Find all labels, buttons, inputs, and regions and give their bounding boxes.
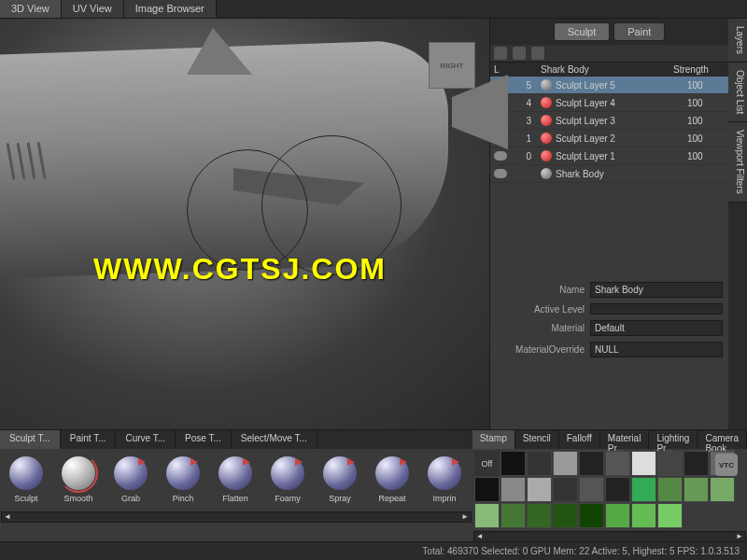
tool-tab-sculpt[interactable]: Sculpt T... (0, 430, 61, 449)
stamp-thumbnail[interactable] (500, 451, 526, 476)
tool-label: Smooth (63, 494, 92, 503)
paint-mode-button[interactable]: Paint (613, 22, 665, 41)
tool-icon (323, 456, 357, 490)
layer-name: Shark Body (556, 169, 687, 179)
tool-scrollbar[interactable] (1, 511, 472, 523)
material-override-field[interactable]: NULL (590, 342, 723, 357)
stamp-thumbnail[interactable] (657, 451, 683, 476)
tool-pinch[interactable]: Pinch (161, 456, 205, 503)
tool-foamy[interactable]: Foamy (265, 456, 310, 503)
layer-type-icon (541, 97, 552, 108)
stamp-off-button[interactable]: Off (474, 451, 500, 476)
stamp-thumbnail[interactable] (500, 503, 526, 528)
layer-list-header: L Shark Body Strength (490, 63, 728, 77)
tab-image-browser[interactable]: Image Browser (124, 0, 217, 18)
navigation-cube[interactable]: RIGHT (429, 42, 475, 89)
layer-visibility-icon[interactable] (494, 151, 507, 161)
layer-row[interactable]: 5Sculpt Layer 5100 (490, 77, 728, 94)
tool-smooth[interactable]: Smooth (56, 456, 101, 503)
tab-uv-view[interactable]: UV View (62, 0, 124, 18)
stamp-thumbnail[interactable] (631, 451, 656, 476)
3d-viewport[interactable]: RIGHT WWW.CGTSJ.COM (0, 19, 490, 429)
stamp-thumbnail[interactable] (553, 477, 578, 502)
tool-tab-pose[interactable]: Pose T... (176, 430, 232, 449)
tool-label: Repeat (378, 494, 405, 503)
tool-spray[interactable]: Spray (317, 456, 362, 503)
watermark-text: WWW.CGTSJ.COM (93, 252, 387, 287)
side-tab-viewport-filters[interactable]: Viewport Filters (728, 122, 747, 203)
name-field[interactable]: Shark Body (590, 282, 723, 298)
stamp-thumbnail[interactable] (710, 477, 735, 502)
stamp-thumbnail[interactable] (631, 477, 656, 502)
view-tabs: 3D View UV View Image Browser (0, 0, 747, 19)
tool-flatten[interactable]: Flatten (213, 456, 258, 503)
layer-visibility-icon[interactable] (494, 169, 507, 178)
stamp-thumbnail[interactable] (579, 451, 604, 476)
stamp-thumbnail[interactable] (657, 503, 683, 528)
layer-row[interactable]: 1Sculpt Layer 2100 (490, 130, 728, 147)
tool-label: Foamy (275, 494, 301, 503)
delete-layer-icon[interactable] (513, 47, 526, 60)
tool-imprin[interactable]: Imprin (422, 456, 467, 503)
new-layer-icon[interactable] (494, 47, 507, 60)
stamp-scrollbar[interactable] (473, 531, 746, 542)
stamp-thumbnail[interactable] (657, 477, 683, 502)
tool-icon (271, 456, 304, 490)
stamp-thumbnail[interactable] (474, 503, 500, 528)
stamp-thumbnail[interactable] (474, 477, 500, 502)
stamp-tab-falloff[interactable]: Falloff (559, 430, 600, 449)
layer-row[interactable]: 0Sculpt Layer 1100 (490, 147, 728, 165)
stamp-thumbnail[interactable] (684, 451, 709, 476)
material-field[interactable]: Default (590, 320, 723, 336)
stamp-thumbnail[interactable] (684, 477, 709, 502)
stamp-thumbnail[interactable] (579, 477, 604, 502)
stamp-thumbnail[interactable] (605, 503, 630, 528)
tool-icon (62, 456, 95, 490)
stamp-thumbnail[interactable] (631, 503, 656, 528)
tool-grab[interactable]: Grab (108, 456, 153, 503)
stamp-thumbnail[interactable] (553, 451, 578, 476)
layer-type-icon (541, 79, 552, 91)
stamp-thumbnail[interactable] (605, 477, 630, 502)
status-bar: Total: 469370 Selected: 0 GPU Mem: 22 Ac… (0, 541, 747, 560)
tool-icon (375, 456, 409, 490)
tool-tab-paint[interactable]: Paint T... (61, 430, 117, 449)
side-tab-layers[interactable]: Layers (728, 19, 747, 63)
stamp-thumbnail[interactable] (500, 477, 526, 502)
layer-row[interactable]: 3Sculpt Layer 3100 (490, 112, 728, 130)
stamp-thumbnail[interactable] (605, 451, 630, 476)
material-label: Material (496, 323, 585, 333)
layer-row[interactable]: 4Sculpt Layer 4100 (490, 94, 728, 112)
layer-row[interactable]: Shark Body (490, 165, 728, 183)
tool-sculpt[interactable]: Sculpt (4, 456, 49, 503)
tool-icon (166, 456, 200, 490)
material-override-label: MaterialOverride (496, 344, 585, 355)
merge-layer-icon[interactable] (531, 47, 544, 60)
stamp-tab-lighting[interactable]: Lighting Pr... (649, 430, 698, 449)
tool-tab-curve[interactable]: Curve T... (116, 430, 176, 449)
tool-repeat[interactable]: Repeat (370, 456, 415, 503)
stamp-thumbnail[interactable] (527, 451, 552, 476)
sculpt-mode-button[interactable]: Sculpt (554, 22, 611, 41)
tool-label: Flatten (222, 494, 248, 503)
stamp-tab-stencil[interactable]: Stencil (515, 430, 559, 449)
tool-icon (218, 456, 252, 490)
layer-type-icon (541, 168, 552, 179)
layer-type-icon (541, 115, 552, 126)
active-level-label: Active Level (496, 304, 585, 315)
layer-name: Sculpt Layer 3 (556, 116, 687, 126)
stamp-thumbnail[interactable] (579, 503, 604, 528)
stamp-tab-material[interactable]: Material Pr... (600, 430, 650, 449)
active-level-slider[interactable] (590, 303, 723, 315)
stamp-thumbnail[interactable] (527, 477, 552, 502)
stamp-tab-camera[interactable]: Camera Book... (698, 430, 747, 449)
tool-tab-select-move[interactable]: Select/Move T... (232, 430, 317, 449)
layer-name: Sculpt Layer 1 (556, 151, 687, 161)
side-tab-object-list[interactable]: Object List (728, 63, 747, 122)
tool-icon (114, 456, 148, 490)
stamp-tab-stamp[interactable]: Stamp (472, 430, 515, 449)
stamp-thumbnail[interactable] (527, 503, 552, 528)
layer-strength: 100 (687, 116, 725, 126)
tab-3d-view[interactable]: 3D View (0, 0, 62, 18)
stamp-thumbnail[interactable] (553, 503, 578, 528)
